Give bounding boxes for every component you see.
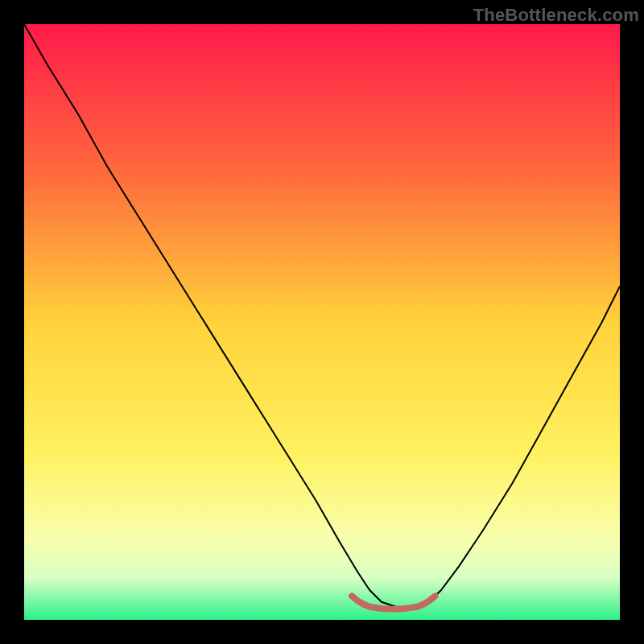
chart-svg (24, 24, 620, 620)
plot-area (24, 24, 620, 620)
watermark-text: TheBottleneck.com (473, 5, 639, 26)
gradient-background (24, 24, 620, 620)
chart-frame: TheBottleneck.com (0, 0, 644, 644)
